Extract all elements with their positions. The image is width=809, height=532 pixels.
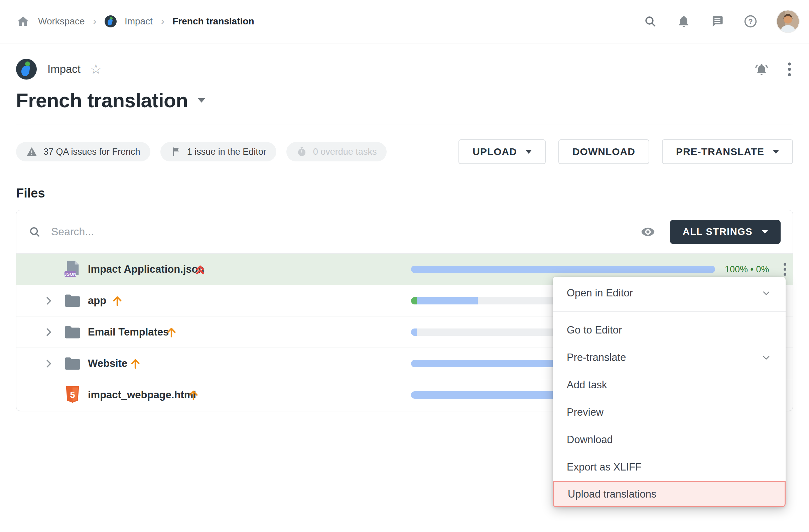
search-icon[interactable] [643,14,657,29]
progress-stats: 100% • 0% [725,264,769,274]
project-logo-large [16,59,37,80]
action-buttons: UPLOAD DOWNLOAD PRE-TRANSLATE [459,139,793,164]
star-favorite-icon[interactable]: ☆ [90,63,102,76]
priority-high-icon [193,263,207,276]
upload-arrow-icon [110,294,124,307]
divider [16,125,793,125]
row-more-options-kebab[interactable] [781,261,788,278]
file-context-menu: Open in Editor Go to Editor Pre-translat… [553,277,786,507]
files-search-row: ALL STRINGS [16,210,793,254]
expand-chevron-icon[interactable] [42,358,54,370]
user-avatar[interactable] [777,10,799,32]
expand-chevron-icon[interactable] [42,295,54,307]
menu-item-export-as-xliff[interactable]: Export as XLIFF [553,453,786,481]
expand-chevron-icon[interactable] [42,326,54,338]
svg-text:JSON: JSON [64,271,76,276]
project-logo[interactable] [105,15,117,28]
menu-item-download[interactable]: Download [553,426,786,453]
svg-text:5: 5 [70,390,75,400]
home-icon[interactable] [16,14,30,29]
strings-filter-button[interactable]: ALL STRINGS [670,220,780,244]
topbar-actions: ? [643,10,799,32]
progress-bar [411,266,715,273]
title-dropdown-caret-icon[interactable] [198,98,205,103]
notification-settings-bell-icon[interactable] [755,62,769,76]
status-chips: 37 QA issues for French 1 issue in the E… [16,142,386,161]
folder-name: app [88,295,106,307]
menu-item-pre-translate[interactable]: Pre-translate [553,344,786,371]
chevron-right-icon: › [161,14,165,28]
html-file-icon: 5 [64,385,81,404]
chevron-right-icon: › [93,14,97,28]
upload-button[interactable]: UPLOAD [459,139,546,164]
menu-item-upload-translations[interactable]: Upload translations [553,481,786,507]
notifications-bell-icon[interactable] [677,14,691,29]
breadcrumb: Workspace › Impact › French translation [16,14,254,29]
search-icon [29,226,41,238]
upload-arrow-icon [187,388,200,402]
chat-icon[interactable] [710,14,724,29]
project-more-options-kebab[interactable] [786,61,793,78]
upload-arrow-icon [128,357,142,370]
warning-icon [26,146,37,157]
menu-item-add-task[interactable]: Add task [553,371,786,399]
menu-item-open-in-editor[interactable]: Open in Editor [553,279,786,307]
svg-text:?: ? [748,17,753,26]
folder-name: Website [88,358,127,370]
chevron-down-icon [761,288,772,298]
page-title: French translation [16,89,188,112]
json-file-icon: JSON [64,260,81,279]
folder-icon [64,291,81,310]
top-navigation-bar: Workspace › Impact › French translation … [0,0,809,44]
menu-divider [553,311,786,312]
project-toolbar: 37 QA issues for French 1 issue in the E… [16,139,793,164]
chevron-down-icon [761,352,772,363]
qa-issues-chip[interactable]: 37 QA issues for French [16,142,150,161]
upload-arrow-icon [165,325,178,339]
editor-issues-chip[interactable]: 1 issue in the Editor [160,142,276,161]
overdue-tasks-chip[interactable]: 0 overdue tasks [286,142,387,161]
file-name: impact_webpage.html [88,389,196,401]
files-section-heading: Files [16,186,793,201]
menu-item-preview[interactable]: Preview [553,399,786,426]
files-search-input[interactable] [51,226,641,238]
project-name: Impact [48,63,81,75]
menu-item-go-to-editor[interactable]: Go to Editor [553,316,786,344]
stopwatch-icon [296,147,307,157]
flag-icon [170,147,181,157]
chevron-down-icon [762,230,768,234]
project-header: Impact ☆ [16,59,793,80]
breadcrumb-workspace[interactable]: Workspace [38,16,85,27]
file-name: Impact Application.json [88,263,205,275]
folder-icon [64,323,81,342]
help-icon[interactable]: ? [743,14,758,29]
folder-icon [64,354,81,373]
toggle-visibility-eye-icon[interactable] [641,225,655,239]
pre-translate-button[interactable]: PRE-TRANSLATE [662,139,793,164]
download-button[interactable]: DOWNLOAD [558,139,649,164]
breadcrumb-project[interactable]: Impact [125,16,153,27]
breadcrumb-current-page: French translation [172,16,254,27]
folder-name: Email Templates [88,326,169,338]
chevron-down-icon [526,150,532,154]
chevron-down-icon [773,150,779,154]
